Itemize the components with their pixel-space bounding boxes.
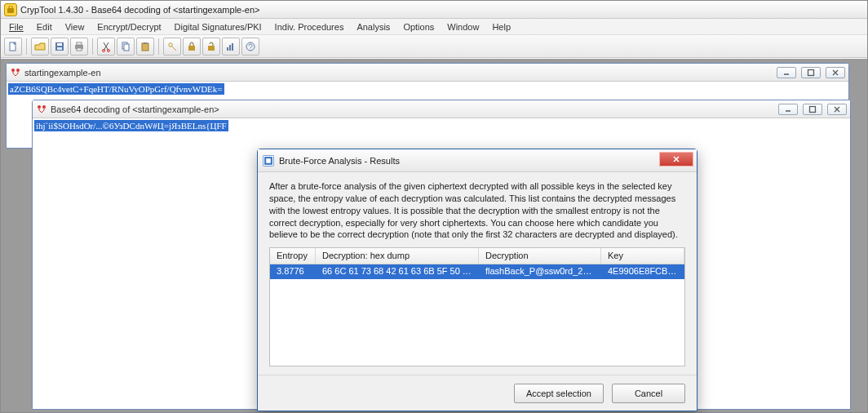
svg-rect-26: [810, 106, 816, 112]
svg-rect-12: [142, 43, 148, 51]
svg-rect-0: [7, 8, 14, 13]
svg-rect-18: [229, 45, 231, 51]
doc-content-selected[interactable]: ihj`ii$SOHsdOr/...©6УзDCdnW#Ц=jЯзBELns{Ц…: [34, 120, 228, 131]
doc-icon: [36, 104, 47, 115]
svg-rect-28: [266, 158, 271, 163]
cell-hex: 66 6C 61 73 68 42 61 63 6B 5F 50 4...: [316, 264, 479, 279]
tb-cut[interactable]: [97, 38, 115, 56]
cancel-button[interactable]: Cancel: [612, 384, 685, 403]
menu-options[interactable]: Options: [396, 19, 441, 34]
menu-indiv-procedures[interactable]: Indiv. Procedures: [268, 19, 351, 34]
bruteforce-results-dialog: Brute-Force Analysis - Results After a b…: [257, 149, 698, 411]
svg-rect-6: [77, 42, 82, 45]
svg-point-24: [38, 105, 41, 109]
toolbar: [1, 35, 867, 58]
svg-rect-15: [188, 46, 195, 51]
svg-rect-7: [77, 48, 82, 51]
menu-digital-signatures[interactable]: Digital Signatures/PKI: [168, 19, 268, 34]
grid-header: Entropy Decryption: hex dump Decryption …: [270, 248, 684, 264]
grid-row[interactable]: 3.8776 66 6C 61 73 68 42 61 63 6B 5F 50 …: [270, 264, 684, 279]
menu-view[interactable]: View: [59, 19, 91, 34]
dialog-footer: Accept selection Cancel: [258, 375, 697, 411]
svg-rect-17: [227, 47, 228, 51]
svg-point-25: [42, 105, 46, 109]
doc-window-titlebar[interactable]: Base64 decoding of <startingexample-en>: [33, 100, 850, 118]
tb-sep: [92, 38, 93, 55]
doc-window-titlebar[interactable]: startingexample-en: [7, 64, 848, 82]
dialog-titlebar[interactable]: Brute-Force Analysis - Results: [258, 149, 697, 172]
doc-window-title: Base64 decoding of <startingexample-en>: [51, 104, 773, 114]
maximize-button[interactable]: [803, 104, 822, 115]
svg-rect-13: [144, 42, 147, 44]
results-grid[interactable]: Entropy Decryption: hex dump Decryption …: [269, 247, 685, 366]
tb-paste[interactable]: [136, 38, 154, 56]
accept-selection-button[interactable]: Accept selection: [514, 384, 604, 403]
svg-rect-16: [208, 46, 215, 51]
dialog-title: Brute-Force Analysis - Results: [279, 156, 400, 166]
menubar: File Edit View Encrypt/Decrypt Digital S…: [1, 19, 867, 35]
titlebar: CrypTool 1.4.30 - Base64 decoding of <st…: [1, 1, 867, 19]
doc-content-selected[interactable]: aZCB6SQBc4vetC+FqeHT/RNuVyOPpGrf/QfvnvWD…: [8, 83, 224, 95]
svg-rect-11: [124, 44, 129, 51]
tb-sep: [26, 38, 27, 55]
col-key[interactable]: Key: [601, 248, 684, 264]
svg-rect-23: [808, 69, 814, 75]
dialog-description: After a brute-force analysis of the give…: [269, 180, 685, 241]
svg-point-22: [16, 69, 20, 72]
tb-sep: [158, 38, 159, 55]
tb-about[interactable]: [241, 38, 259, 56]
svg-rect-4: [57, 47, 62, 50]
menu-edit[interactable]: Edit: [30, 19, 59, 34]
col-decryption[interactable]: Decryption: [479, 248, 601, 264]
tb-unlock[interactable]: [202, 38, 220, 56]
minimize-button[interactable]: [777, 67, 796, 78]
tb-save[interactable]: [51, 38, 69, 56]
col-entropy[interactable]: Entropy: [270, 248, 316, 264]
menu-file[interactable]: File: [2, 19, 30, 34]
tb-print[interactable]: [70, 38, 88, 56]
svg-rect-19: [232, 43, 233, 51]
cell-key: 4E9906E8FCB66CC9FA...: [601, 264, 684, 279]
menu-analysis[interactable]: Analysis: [350, 19, 396, 34]
menu-help[interactable]: Help: [485, 19, 517, 34]
cell-entropy: 3.8776: [270, 264, 316, 279]
minimize-button[interactable]: [778, 104, 798, 115]
tb-new[interactable]: [4, 38, 22, 56]
app-icon: [4, 3, 17, 16]
close-button[interactable]: [827, 104, 847, 115]
app-title: CrypTool 1.4.30 - Base64 decoding of <st…: [20, 5, 260, 15]
dialog-body: After a brute-force analysis of the give…: [258, 172, 697, 375]
tb-open[interactable]: [31, 38, 49, 56]
tb-copy[interactable]: [117, 38, 135, 56]
dialog-close-button[interactable]: [659, 152, 693, 167]
col-hex[interactable]: Decryption: hex dump: [316, 248, 479, 264]
doc-icon: [10, 67, 21, 78]
svg-rect-3: [57, 43, 62, 46]
tb-lock[interactable]: [183, 38, 201, 56]
tb-histogram[interactable]: [222, 38, 240, 56]
cell-decryption: flashBack_P@ssw0rd_2008_........: [479, 264, 601, 279]
close-button[interactable]: [826, 67, 845, 78]
doc-window-title: startingexample-en: [24, 68, 772, 78]
maximize-button[interactable]: [801, 67, 821, 78]
tb-key[interactable]: [163, 38, 181, 56]
dialog-icon: [263, 155, 274, 167]
svg-point-21: [11, 69, 15, 72]
menu-encrypt-decrypt[interactable]: Encrypt/Decrypt: [91, 19, 167, 34]
menu-window[interactable]: Window: [441, 19, 485, 34]
